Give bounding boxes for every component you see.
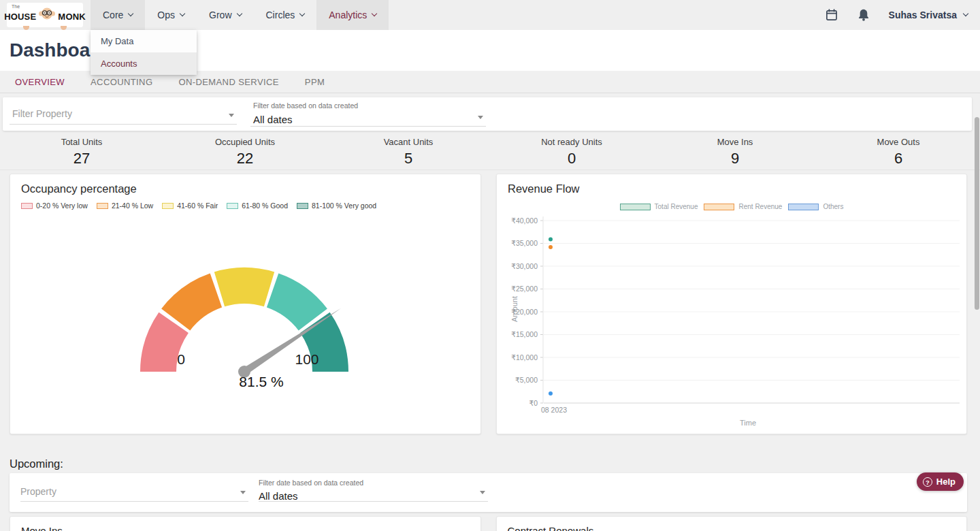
svg-text:₹0: ₹0 [529,399,538,407]
stat-label: Move Outs [817,137,980,147]
navbar-right: Suhas Srivatsa [825,8,968,22]
nav-item-label: Ops [157,10,175,20]
select-arrow-icon [229,114,234,117]
stat-vacant-units: Vacant Units 5 [327,131,490,170]
nav-item-analytics[interactable]: Analytics [316,0,389,30]
stat-move-outs: Move Outs 6 [817,131,980,170]
chevron-down-icon [963,11,968,16]
stat-total-units: Total Units 27 [0,131,163,170]
filter-date-select[interactable]: Filter date based on data created All da… [250,99,486,127]
upcoming-date-value: All dates [259,490,488,502]
upcoming-date-label: Filter date based on data created [259,479,363,487]
help-label: Help [936,477,956,487]
select-arrow-icon [240,491,246,494]
move-ins-title: Move Ins [21,525,63,531]
paw-icon [61,26,67,30]
monkey-logo-icon [38,7,56,23]
filter-date-label: Filter date based on data created [253,101,358,110]
menu-item-my-data[interactable]: My Data [91,30,197,52]
stat-label: Not ready Units [490,137,653,147]
svg-text:₹30,000: ₹30,000 [511,262,538,270]
nav-item-ops[interactable]: Ops [145,0,197,30]
question-mark-icon: ? [923,477,932,487]
stat-label: Move Ins [653,137,817,147]
nav-item-grow[interactable]: Grow [197,0,253,30]
menu-item-label: Accounts [101,59,137,69]
stat-label: Occupied Units [163,137,327,147]
revenue-flow-card: Revenue Flow Total Revenue Rent Revenue … [496,174,967,434]
stat-value: 22 [163,150,327,167]
user-name: Suhas Srivatsa [889,10,957,20]
svg-text:₹40,000: ₹40,000 [511,216,538,225]
svg-text:₹5,000: ₹5,000 [515,376,538,384]
occupancy-gauge-chart [10,174,482,435]
nav-item-circles[interactable]: Circles [254,0,317,30]
stat-value: 6 [817,150,980,167]
main-nav: Core Ops Grow Circles Analytics [91,0,389,30]
filter-date-value: All dates [253,114,486,125]
brand-the: The [12,4,20,9]
select-arrow-icon [478,116,483,119]
nav-item-label: Circles [266,10,295,20]
core-dropdown-menu: My Data Accounts [91,30,197,75]
stat-move-ins: Move Ins 9 [653,131,817,170]
chevron-down-icon [128,11,133,16]
user-menu[interactable]: Suhas Srivatsa [889,10,968,20]
filter-property-placeholder: Filter Property [12,108,72,119]
vertical-scrollbar-thumb[interactable] [975,117,979,310]
brand-monk: MONK [58,12,86,22]
stat-not-ready-units: Not ready Units 0 [490,131,653,170]
gauge-max-label: 100 [287,351,327,368]
help-button[interactable]: ? Help [917,472,964,491]
app-screen: The HOUSE MONK Co [0,0,980,531]
select-arrow-icon [480,491,485,494]
brand-logo[interactable]: The HOUSE MONK [7,3,83,27]
contract-renewals-card: Contract Renewals [496,516,968,531]
tab-overview[interactable]: OVERVIEW [2,71,78,93]
charts-row: Occupancy percentage 0-20 % Very low 21-… [10,174,967,434]
y-axis-title: Amount [510,282,519,336]
chevron-down-icon [299,11,305,16]
chevron-down-icon [372,11,377,16]
contract-renewals-title: Contract Renewals [508,525,594,531]
move-ins-card: Move Ins [10,516,481,531]
stat-label: Vacant Units [327,137,490,147]
bell-icon[interactable] [858,8,870,22]
occupancy-card: Occupancy percentage 0-20 % Very low 21-… [10,174,481,434]
upcoming-cards-row: Move Ins Contract Renewals [10,516,967,531]
paw-icon [23,26,29,30]
stat-value: 9 [653,150,817,167]
nav-item-core[interactable]: Core [91,0,145,30]
svg-text:₹10,000: ₹10,000 [511,353,538,361]
nav-item-label: Analytics [329,10,367,20]
upcoming-property-placeholder: Property [20,486,56,497]
upcoming-heading: Upcoming: [10,456,980,471]
svg-text:08 2023: 08 2023 [541,406,567,414]
nav-item-label: Grow [209,10,231,20]
stat-value: 27 [0,150,163,167]
top-navbar: The HOUSE MONK Co [0,0,980,30]
gauge-min-label: 0 [161,351,201,368]
upcoming-property-select[interactable]: Property [20,482,248,502]
tab-ppm[interactable]: PPM [292,71,338,93]
nav-item-label: Core [103,10,123,20]
x-axis-title: Time [728,419,768,427]
filter-property-select[interactable]: Filter Property [10,103,237,125]
stats-row: Total Units 27 Occupied Units 22 Vacant … [0,131,980,170]
gauge-value-label: 81.5 % [220,374,302,390]
upcoming-date-select[interactable]: Filter date based on data created All da… [259,476,488,502]
revenue-scatter-chart: ₹0₹5,000₹10,000₹15,000₹20,000₹25,000₹30,… [497,174,968,435]
menu-item-label: My Data [101,36,133,46]
menu-item-accounts[interactable]: Accounts [91,52,197,75]
upcoming-filter-bar: Property Filter date based on data creat… [10,473,967,512]
top-filter-bar: Filter Property Filter date based on dat… [3,97,972,131]
stat-occupied-units: Occupied Units 22 [163,131,327,170]
stat-label: Total Units [0,137,163,147]
stat-value: 0 [490,150,653,167]
calendar-icon[interactable] [825,8,838,22]
chevron-down-icon [236,11,242,16]
page-content: OVERVIEW ACCOUNTING ON-DEMAND SERVICE PP… [0,71,980,531]
stat-value: 5 [327,150,490,167]
svg-text:₹35,000: ₹35,000 [511,239,538,247]
brand-house: HOUSE [4,12,36,22]
